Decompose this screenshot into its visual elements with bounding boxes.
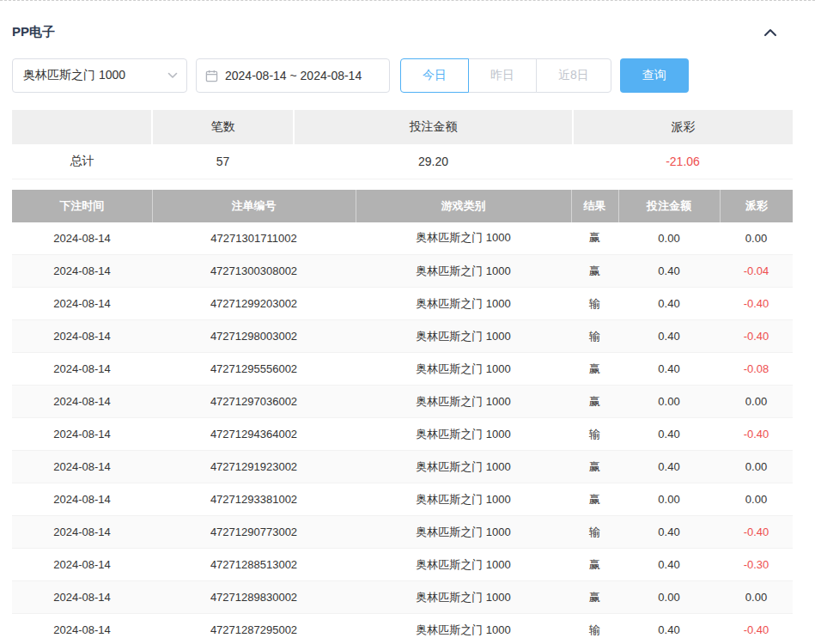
result-cell: 输	[571, 614, 618, 644]
order-id-cell: 47271295556002	[152, 353, 356, 386]
bet-time-cell: 2024-08-14	[12, 418, 152, 451]
table-row: 2024-08-14 47271294364002 奥林匹斯之门 1000 输 …	[12, 418, 793, 451]
bet-time-cell: 2024-08-14	[12, 614, 152, 644]
payout-cell: -0.04	[720, 255, 793, 288]
summary-header-row: 笔数 投注金额 派彩	[12, 110, 793, 144]
table-row: 2024-08-14 47271295556002 奥林匹斯之门 1000 赢 …	[12, 353, 793, 386]
game-type-cell: 奥林匹斯之门 1000	[356, 418, 571, 451]
summary-header-blank	[12, 110, 152, 144]
order-id-cell: 47271301711002	[152, 222, 356, 255]
result-cell: 赢	[571, 386, 618, 418]
bet-time-cell: 2024-08-14	[12, 320, 152, 353]
result-cell: 赢	[571, 255, 618, 288]
section-title: PP电子	[12, 24, 55, 40]
header-bet-amount: 投注金额	[618, 190, 720, 222]
bet-time-cell: 2024-08-14	[12, 255, 152, 288]
bet-time-cell: 2024-08-14	[12, 516, 152, 549]
header-order-id: 注单编号	[152, 190, 356, 222]
summary-bet-amount-value: 29.20	[294, 144, 573, 179]
bet-amount-cell: 0.40	[618, 320, 720, 353]
bet-time-cell: 2024-08-14	[12, 386, 152, 418]
quick-range-last8days-button[interactable]: 近8日	[536, 58, 611, 93]
bet-time-cell: 2024-08-14	[12, 353, 152, 386]
search-button[interactable]: 查询	[620, 58, 689, 93]
date-range-input[interactable]: 2024-08-14 ~ 2024-08-14	[196, 58, 390, 93]
bet-time-cell: 2024-08-14	[12, 483, 152, 516]
game-select[interactable]: 奥林匹斯之门 1000	[12, 58, 187, 93]
order-id-cell: 47271288513002	[152, 549, 356, 581]
order-id-cell: 47271289830002	[152, 581, 356, 614]
order-id-cell: 47271294364002	[152, 418, 356, 451]
table-row: 2024-08-14 47271289830002 奥林匹斯之门 1000 赢 …	[12, 581, 793, 614]
game-type-cell: 奥林匹斯之门 1000	[356, 614, 571, 644]
bet-time-cell: 2024-08-14	[12, 451, 152, 483]
bet-amount-cell: 0.40	[618, 255, 720, 288]
caret-down-icon	[167, 72, 178, 79]
game-select-value: 奥林匹斯之门 1000	[23, 68, 125, 83]
payout-cell: -0.30	[720, 549, 793, 581]
order-id-cell: 47271290773002	[152, 516, 356, 549]
bet-time-cell: 2024-08-14	[12, 581, 152, 614]
bet-time-cell: 2024-08-14	[12, 549, 152, 581]
result-cell: 赢	[571, 483, 618, 516]
bet-amount-cell: 0.00	[618, 581, 720, 614]
summary-header-payout: 派彩	[573, 110, 793, 144]
payout-cell: 0.00	[720, 386, 793, 418]
game-type-cell: 奥林匹斯之门 1000	[356, 581, 571, 614]
header-payout: 派彩	[720, 190, 793, 222]
payout-cell: -0.08	[720, 353, 793, 386]
result-cell: 赢	[571, 451, 618, 483]
payout-cell: -0.40	[720, 614, 793, 644]
page: PP电子 奥林匹斯之门 1000 2024-08-14 ~ 202	[0, 0, 815, 644]
table-row: 2024-08-14 47271287295002 奥林匹斯之门 1000 输 …	[12, 614, 793, 644]
payout-cell: -0.40	[720, 516, 793, 549]
game-type-cell: 奥林匹斯之门 1000	[356, 386, 571, 418]
result-cell: 输	[571, 288, 618, 320]
table-row: 2024-08-14 47271293381002 奥林匹斯之门 1000 赢 …	[12, 483, 793, 516]
quick-range-today-button[interactable]: 今日	[400, 58, 469, 93]
game-type-cell: 奥林匹斯之门 1000	[356, 320, 571, 353]
payout-cell: -0.40	[720, 320, 793, 353]
bet-amount-cell: 0.40	[618, 516, 720, 549]
bet-amount-cell: 0.00	[618, 386, 720, 418]
table-row: 2024-08-14 47271291923002 奥林匹斯之门 1000 赢 …	[12, 451, 793, 483]
order-id-cell: 47271291923002	[152, 451, 356, 483]
header-bet-time: 下注时间	[12, 190, 152, 222]
game-type-cell: 奥林匹斯之门 1000	[356, 549, 571, 581]
summary-header-count: 笔数	[152, 110, 294, 144]
result-cell: 输	[571, 320, 618, 353]
payout-cell: -0.40	[720, 288, 793, 320]
payout-cell: 0.00	[720, 483, 793, 516]
chevron-up-icon	[763, 28, 777, 37]
table-row: 2024-08-14 47271301711002 奥林匹斯之门 1000 赢 …	[12, 222, 793, 255]
order-id-cell: 47271293381002	[152, 483, 356, 516]
records-table: 下注时间 注单编号 游戏类别 结果 投注金额 派彩 2024-08-14 472…	[12, 190, 793, 644]
bet-amount-cell: 0.40	[618, 288, 720, 320]
header-result: 结果	[571, 190, 618, 222]
collapse-button[interactable]	[760, 25, 781, 40]
records-header-row: 下注时间 注单编号 游戏类别 结果 投注金额 派彩	[12, 190, 793, 222]
result-cell: 输	[571, 418, 618, 451]
result-cell: 赢	[571, 581, 618, 614]
game-type-cell: 奥林匹斯之门 1000	[356, 255, 571, 288]
bet-amount-cell: 0.40	[618, 418, 720, 451]
bet-amount-cell: 0.40	[618, 549, 720, 581]
bet-amount-cell: 0.00	[618, 483, 720, 516]
result-cell: 赢	[571, 549, 618, 581]
result-cell: 赢	[571, 222, 618, 255]
payout-cell: -0.40	[720, 418, 793, 451]
bet-amount-cell: 0.40	[618, 451, 720, 483]
bet-time-cell: 2024-08-14	[12, 222, 152, 255]
table-row: 2024-08-14 47271290773002 奥林匹斯之门 1000 输 …	[12, 516, 793, 549]
payout-cell: 0.00	[720, 222, 793, 255]
quick-range-yesterday-button[interactable]: 昨日	[468, 58, 537, 93]
game-type-cell: 奥林匹斯之门 1000	[356, 222, 571, 255]
game-type-cell: 奥林匹斯之门 1000	[356, 516, 571, 549]
records-body: 2024-08-14 47271301711002 奥林匹斯之门 1000 赢 …	[12, 222, 793, 644]
date-range-value: 2024-08-14 ~ 2024-08-14	[225, 69, 362, 82]
quick-range-group: 今日 昨日 近8日	[400, 58, 611, 93]
summary-header-bet-amount: 投注金额	[294, 110, 573, 144]
summary-total-row: 总计 57 29.20 -21.06	[12, 144, 793, 179]
filter-bar: 奥林匹斯之门 1000 2024-08-14 ~ 2024-08-14 今日 昨…	[12, 58, 793, 93]
table-row: 2024-08-14 47271297036002 奥林匹斯之门 1000 赢 …	[12, 386, 793, 418]
